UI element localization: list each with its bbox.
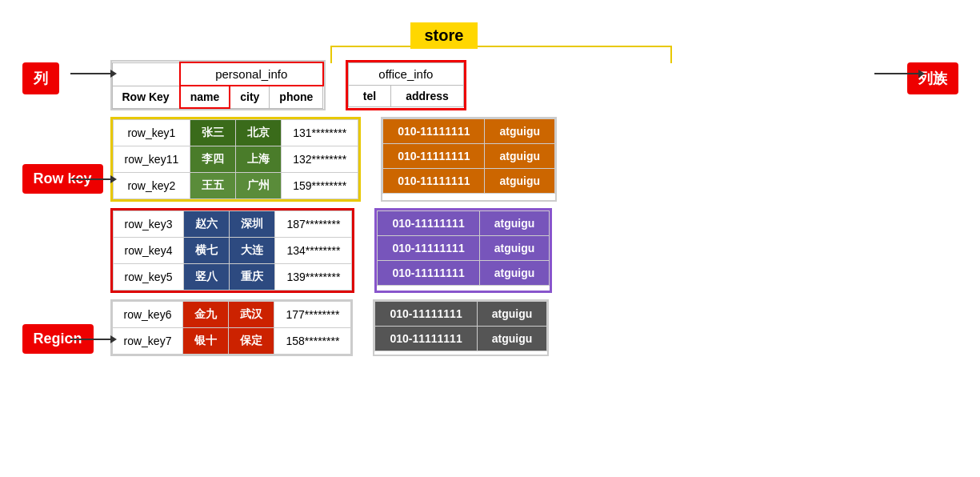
office-info-label-cell: office_info: [348, 63, 463, 86]
data-rows: row_key1 张三 北京 131******** row_key11 李四 …: [110, 117, 950, 356]
table-row: 010-11111111 atguigu: [375, 302, 547, 327]
address-cell: atguigu: [479, 236, 550, 261]
personal-yellow-group: row_key1 张三 北京 131******** row_key11 李四 …: [110, 117, 362, 202]
tel-cell: 010-11111111: [378, 261, 479, 286]
phone-cell: 159********: [282, 173, 358, 199]
address-cell: atguigu: [485, 169, 555, 194]
header-section: personal_info Row Key name city phone: [110, 60, 950, 110]
city-cell: 保定: [229, 328, 274, 355]
name-cell: 竖八: [184, 264, 230, 291]
address-cell: atguigu: [485, 119, 555, 144]
personal-info-container: personal_info Row Key name city phone: [110, 60, 326, 110]
office-info-container: office_info tel address: [346, 60, 466, 110]
name-cell: 银十: [183, 328, 229, 355]
name-cell: 赵六: [184, 211, 230, 238]
rowkey-arrow-head: [110, 175, 117, 183]
office-info-header-row: office_info: [348, 63, 463, 86]
address-cell: atguigu: [477, 327, 547, 351]
table-row: row_key4 横七 大连 134********: [113, 238, 352, 264]
row-key-cell: row_key6: [112, 302, 183, 328]
col-header-tel: tel: [348, 86, 390, 107]
office-col-headers: tel address: [348, 86, 463, 107]
store-label: store: [410, 22, 478, 49]
col-header-phone: phone: [270, 86, 323, 108]
city-cell: 武汉: [229, 302, 274, 328]
tel-cell: 010-11111111: [383, 144, 485, 169]
phone-cell: 158********: [274, 328, 351, 355]
personal-plain-group: row_key6 金九 武汉 177******** row_key7 银十 保…: [110, 299, 354, 356]
col-arrow-line: [70, 73, 114, 74]
personal-info-empty-cell: [112, 62, 180, 86]
col-header-address: address: [391, 86, 464, 107]
phone-cell: 132********: [282, 146, 358, 173]
name-cell: 横七: [184, 238, 230, 264]
liezu-arrow-head: [918, 70, 925, 78]
region-arrow-line: [70, 339, 114, 340]
row-key-cell: row_key5: [113, 264, 184, 291]
address-cell: atguigu: [485, 144, 555, 169]
table-row: row_key5 竖八 重庆 139********: [113, 264, 352, 291]
store-line-left-down: [330, 46, 332, 63]
table-row: 010-11111111 atguigu: [383, 169, 555, 194]
personal-region-table: row_key3 赵六 深圳 187******** row_key4 横七 大…: [113, 210, 353, 291]
personal-yellow-table: row_key1 张三 北京 131******** row_key11 李四 …: [113, 119, 359, 199]
personal-plain-table: row_key6 金九 武汉 177******** row_key7 银十 保…: [112, 301, 352, 355]
city-cell: 大连: [230, 238, 275, 264]
name-cell: 王五: [190, 173, 236, 199]
region-arrow-head: [110, 335, 117, 343]
name-cell: 李四: [190, 146, 236, 173]
phone-cell: 187********: [275, 211, 352, 238]
city-cell: 北京: [236, 120, 282, 146]
office-yellow-table: 010-11111111 atguigu 010-11111111 atguig…: [382, 118, 555, 194]
office-yellow-group: 010-11111111 atguigu 010-11111111 atguig…: [381, 117, 557, 202]
table-row: row_key7 银十 保定 158********: [112, 328, 351, 355]
tel-cell: 010-11111111: [375, 327, 477, 351]
phone-cell: 131********: [282, 120, 358, 146]
tel-cell: 010-11111111: [383, 119, 485, 144]
row-key-cell: row_key7: [112, 328, 183, 355]
phone-cell: 177********: [274, 302, 351, 328]
row-key-cell: row_key1: [113, 120, 190, 146]
address-cell: atguigu: [479, 261, 550, 286]
row-group-yellow: row_key1 张三 北京 131******** row_key11 李四 …: [110, 117, 950, 202]
personal-header-table: personal_info Row Key name city phone: [112, 62, 324, 109]
city-cell: 广州: [236, 173, 282, 199]
office-plain-group: 010-11111111 atguigu 010-11111111 atguig…: [373, 299, 549, 356]
office-region-table: 010-11111111 atguigu 010-11111111 atguig…: [377, 210, 550, 286]
table-row: 010-11111111 atguigu: [383, 119, 555, 144]
office-region-group: 010-11111111 atguigu 010-11111111 atguig…: [374, 208, 552, 293]
table-row: row_key2 王五 广州 159********: [113, 173, 358, 199]
table-row: 010-11111111 atguigu: [378, 261, 550, 286]
office-header-table: office_info tel address: [348, 62, 464, 107]
office-plain-table: 010-11111111 atguigu 010-11111111 atguig…: [374, 301, 547, 351]
store-line-top: [330, 46, 670, 47]
address-cell: atguigu: [479, 211, 550, 236]
table-row: 010-11111111 atguigu: [375, 327, 547, 351]
table-row: 010-11111111 atguigu: [383, 144, 555, 169]
row-key-cell: row_key11: [113, 146, 190, 173]
city-cell: 上海: [236, 146, 282, 173]
personal-info-header-row: personal_info: [112, 62, 323, 86]
tel-cell: 010-11111111: [383, 169, 485, 194]
main-tables: personal_info Row Key name city phone: [110, 60, 950, 356]
name-cell: 张三: [190, 120, 236, 146]
table-row: row_key6 金九 武汉 177********: [112, 302, 351, 328]
city-cell: 重庆: [230, 264, 275, 291]
store-line-right-down: [670, 46, 672, 63]
col-header-name: name: [180, 86, 230, 108]
table-row: row_key1 张三 北京 131********: [113, 120, 358, 146]
tel-cell: 010-11111111: [378, 211, 479, 236]
personal-info-label-cell: personal_info: [180, 62, 323, 86]
phone-cell: 134********: [275, 238, 352, 264]
table-row: 010-11111111 atguigu: [378, 236, 550, 261]
col-header-rowkey: Row Key: [112, 86, 180, 108]
liezu-arrow-line: [874, 73, 918, 74]
city-cell: 深圳: [230, 211, 275, 238]
table-row: 010-11111111 atguigu: [378, 211, 550, 236]
phone-cell: 139********: [275, 264, 352, 291]
row-group-region: row_key3 赵六 深圳 187******** row_key4 横七 大…: [110, 208, 950, 293]
row-key-cell: row_key2: [113, 173, 190, 199]
rowkey-arrow-line: [70, 178, 114, 180]
table-row: row_key3 赵六 深圳 187********: [113, 211, 352, 238]
address-cell: atguigu: [477, 302, 547, 327]
